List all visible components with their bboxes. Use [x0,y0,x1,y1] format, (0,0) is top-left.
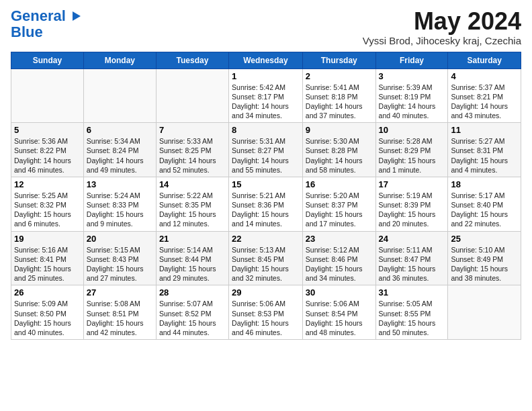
day-number: 22 [232,234,300,244]
logo-general: General [11,7,66,24]
day-number: 24 [379,234,445,244]
day-number: 31 [379,287,445,298]
calendar-cell: 4Sunrise: 5:37 AM Sunset: 8:21 PM Daylig… [448,68,521,123]
day-number: 5 [14,125,81,135]
day-number: 6 [87,125,153,135]
logo-blue: Blue [11,24,43,40]
day-number: 28 [159,287,226,298]
calendar-week-row: 1Sunrise: 5:42 AM Sunset: 8:17 PM Daylig… [11,68,521,123]
calendar-cell [156,68,228,123]
calendar-cell: 2Sunrise: 5:41 AM Sunset: 8:18 PM Daylig… [302,68,375,123]
day-number: 7 [159,125,226,135]
calendar-cell: 10Sunrise: 5:28 AM Sunset: 8:29 PM Dayli… [375,123,448,177]
day-number: 2 [306,71,373,81]
day-info: Sunrise: 5:33 AM Sunset: 8:25 PM Dayligh… [159,136,226,175]
calendar-cell: 1Sunrise: 5:42 AM Sunset: 8:17 PM Daylig… [229,68,303,123]
calendar-cell: 27Sunrise: 5:08 AM Sunset: 8:51 PM Dayli… [83,285,156,340]
calendar-cell: 20Sunrise: 5:15 AM Sunset: 8:43 PM Dayli… [83,231,156,285]
calendar-week-row: 19Sunrise: 5:16 AM Sunset: 8:41 PM Dayli… [11,231,521,285]
day-info: Sunrise: 5:06 AM Sunset: 8:53 PM Dayligh… [232,299,300,337]
calendar-cell: 13Sunrise: 5:24 AM Sunset: 8:33 PM Dayli… [83,177,156,231]
day-info: Sunrise: 5:19 AM Sunset: 8:39 PM Dayligh… [379,191,445,229]
weekday-header: Thursday [302,52,375,68]
calendar-cell: 30Sunrise: 5:06 AM Sunset: 8:54 PM Dayli… [302,285,375,340]
day-info: Sunrise: 5:36 AM Sunset: 8:22 PM Dayligh… [14,136,81,175]
day-number: 15 [232,179,300,189]
calendar-cell: 17Sunrise: 5:19 AM Sunset: 8:39 PM Dayli… [375,177,448,231]
calendar-cell: 31Sunrise: 5:05 AM Sunset: 8:55 PM Dayli… [375,285,448,340]
logo-text: General [11,8,66,24]
calendar-cell [83,68,156,123]
day-info: Sunrise: 5:22 AM Sunset: 8:35 PM Dayligh… [159,191,226,229]
calendar-cell: 22Sunrise: 5:13 AM Sunset: 8:45 PM Dayli… [229,231,303,285]
weekday-header: Friday [375,52,448,68]
calendar-cell: 24Sunrise: 5:11 AM Sunset: 8:47 PM Dayli… [375,231,448,285]
day-number: 26 [14,287,81,298]
day-info: Sunrise: 5:41 AM Sunset: 8:18 PM Dayligh… [306,83,373,121]
day-info: Sunrise: 5:13 AM Sunset: 8:45 PM Dayligh… [232,245,300,283]
day-info: Sunrise: 5:31 AM Sunset: 8:27 PM Dayligh… [232,136,300,175]
calendar-cell: 7Sunrise: 5:33 AM Sunset: 8:25 PM Daylig… [156,123,228,177]
calendar-cell: 9Sunrise: 5:30 AM Sunset: 8:28 PM Daylig… [302,123,375,177]
calendar-week-row: 26Sunrise: 5:09 AM Sunset: 8:50 PM Dayli… [11,285,521,340]
day-number: 17 [379,179,445,189]
day-info: Sunrise: 5:25 AM Sunset: 8:32 PM Dayligh… [14,191,81,229]
day-number: 8 [232,125,300,135]
calendar-cell: 26Sunrise: 5:09 AM Sunset: 8:50 PM Dayli… [11,285,84,340]
calendar-cell: 12Sunrise: 5:25 AM Sunset: 8:32 PM Dayli… [11,177,84,231]
day-number: 16 [306,179,373,189]
logo: General Blue [11,8,82,40]
day-number: 12 [14,179,81,189]
day-info: Sunrise: 5:14 AM Sunset: 8:44 PM Dayligh… [159,245,226,283]
day-info: Sunrise: 5:06 AM Sunset: 8:54 PM Dayligh… [306,299,373,337]
calendar-cell: 19Sunrise: 5:16 AM Sunset: 8:41 PM Dayli… [11,231,84,285]
calendar-cell: 28Sunrise: 5:07 AM Sunset: 8:52 PM Dayli… [156,285,228,340]
day-info: Sunrise: 5:24 AM Sunset: 8:33 PM Dayligh… [87,191,153,229]
day-number: 21 [159,234,226,244]
day-info: Sunrise: 5:37 AM Sunset: 8:21 PM Dayligh… [451,83,518,121]
calendar-cell: 8Sunrise: 5:31 AM Sunset: 8:27 PM Daylig… [229,123,303,177]
day-number: 25 [451,234,518,244]
calendar-cell: 29Sunrise: 5:06 AM Sunset: 8:53 PM Dayli… [229,285,303,340]
day-info: Sunrise: 5:07 AM Sunset: 8:52 PM Dayligh… [159,299,226,337]
calendar-header-row: SundayMondayTuesdayWednesdayThursdayFrid… [11,52,521,68]
logo-icon [67,9,82,24]
day-info: Sunrise: 5:30 AM Sunset: 8:28 PM Dayligh… [306,136,373,175]
day-info: Sunrise: 5:11 AM Sunset: 8:47 PM Dayligh… [379,245,445,283]
calendar-week-row: 5Sunrise: 5:36 AM Sunset: 8:22 PM Daylig… [11,123,521,177]
title-block: May 2024 Vyssi Brod, Jihocesky kraj, Cze… [363,8,521,46]
day-number: 1 [232,71,300,81]
calendar-cell: 11Sunrise: 5:27 AM Sunset: 8:31 PM Dayli… [448,123,521,177]
calendar-cell [448,285,521,340]
weekday-header: Monday [83,52,156,68]
calendar-table: SundayMondayTuesdayWednesdayThursdayFrid… [11,52,521,340]
day-number: 4 [451,71,518,81]
day-number: 19 [14,234,81,244]
calendar-cell: 21Sunrise: 5:14 AM Sunset: 8:44 PM Dayli… [156,231,228,285]
page: General Blue May 2024 Vyssi Brod, Jihoce… [0,0,532,345]
calendar-cell: 15Sunrise: 5:21 AM Sunset: 8:36 PM Dayli… [229,177,303,231]
weekday-header: Wednesday [229,52,303,68]
svg-marker-0 [73,11,81,21]
day-info: Sunrise: 5:10 AM Sunset: 8:49 PM Dayligh… [451,245,518,283]
day-info: Sunrise: 5:15 AM Sunset: 8:43 PM Dayligh… [87,245,153,283]
day-number: 27 [87,287,153,298]
weekday-header: Tuesday [156,52,228,68]
weekday-header: Saturday [448,52,521,68]
day-info: Sunrise: 5:21 AM Sunset: 8:36 PM Dayligh… [232,191,300,229]
day-number: 10 [379,125,445,135]
day-number: 11 [451,125,518,135]
day-info: Sunrise: 5:34 AM Sunset: 8:24 PM Dayligh… [87,136,153,175]
day-info: Sunrise: 5:39 AM Sunset: 8:19 PM Dayligh… [379,83,445,121]
day-info: Sunrise: 5:08 AM Sunset: 8:51 PM Dayligh… [87,299,153,337]
day-number: 14 [159,179,226,189]
calendar-cell: 18Sunrise: 5:17 AM Sunset: 8:40 PM Dayli… [448,177,521,231]
day-number: 9 [306,125,373,135]
calendar-week-row: 12Sunrise: 5:25 AM Sunset: 8:32 PM Dayli… [11,177,521,231]
month-title: May 2024 [363,8,521,35]
weekday-header: Sunday [11,52,84,68]
day-info: Sunrise: 5:16 AM Sunset: 8:41 PM Dayligh… [14,245,81,283]
day-info: Sunrise: 5:28 AM Sunset: 8:29 PM Dayligh… [379,136,445,175]
day-number: 13 [87,179,153,189]
calendar-cell: 16Sunrise: 5:20 AM Sunset: 8:37 PM Dayli… [302,177,375,231]
